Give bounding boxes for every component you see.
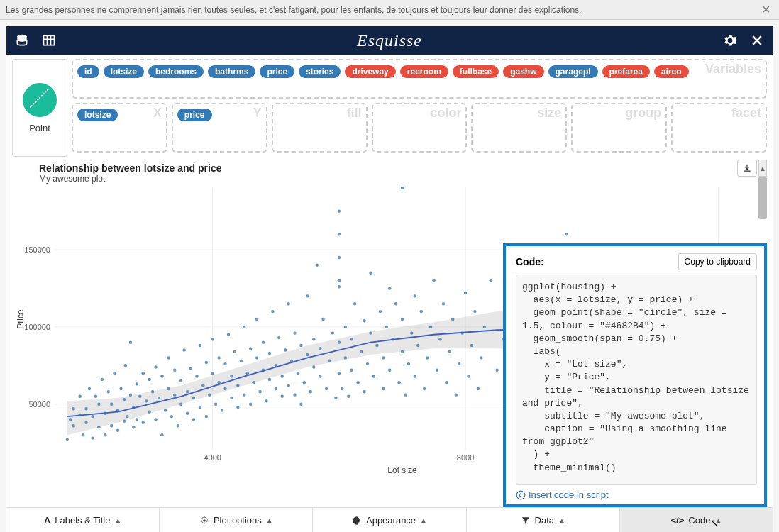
table-icon[interactable] [42,33,56,48]
svg-point-99 [233,350,236,353]
insert-code-link[interactable]: Insert code in script [516,489,757,500]
aes-size-shelf[interactable]: size [471,103,567,153]
var-tag-stories[interactable]: stories [299,65,341,78]
svg-point-39 [110,403,113,406]
close-icon[interactable]: ✕ [758,3,773,16]
svg-point-204 [473,310,476,313]
code-content[interactable]: ggplot(housing) + aes(x = lotsize, y = p… [516,275,757,485]
svg-point-160 [356,381,359,384]
tab-code[interactable]: </>Code▲ [620,508,773,532]
svg-point-169 [379,310,382,313]
variables-shelf[interactable]: Variables idlotsizebedroomsbathrmsprices… [72,59,767,99]
svg-point-105 [246,372,249,375]
svg-point-89 [211,338,214,340]
svg-point-37 [107,390,110,393]
plot-area: Relationship between lotsize and price M… [12,160,767,507]
topbar: Esquisse [6,26,773,55]
var-tag-lotsize[interactable]: lotsize [104,65,144,78]
svg-point-199 [458,362,460,365]
variables-label: Variables [705,62,761,77]
copy-clipboard-button[interactable]: Copy to clipboard [678,253,757,270]
svg-point-94 [223,387,226,390]
app-title: Esquisse [56,31,723,50]
var-tag-recroom[interactable]: recroom [400,65,448,78]
gear-icon[interactable] [723,33,737,48]
aes-facet-shelf[interactable]: facet [671,103,767,153]
svg-point-123 [284,348,287,351]
svg-point-186 [416,344,419,347]
svg-point-46 [124,364,127,367]
svg-point-78 [189,367,192,370]
var-tag-bedrooms[interactable]: bedrooms [148,65,204,78]
svg-point-64 [160,375,163,377]
svg-point-153 [341,387,343,390]
svg-point-236 [516,491,525,499]
database-icon[interactable] [15,33,29,48]
geom-selector[interactable]: Point [12,59,67,157]
svg-point-187 [420,310,423,313]
y-var-tag[interactable]: price [177,109,212,121]
svg-point-56 [142,421,145,424]
svg-point-184 [414,294,416,297]
svg-point-109 [255,356,258,359]
svg-text:50000: 50000 [28,400,50,409]
svg-point-196 [448,350,451,353]
svg-point-128 [293,393,296,396]
svg-point-48 [129,393,132,396]
svg-point-58 [148,378,150,381]
svg-point-206 [480,356,482,359]
aes-color-shelf[interactable]: color [372,103,468,153]
svg-point-54 [138,395,141,398]
svg-point-66 [164,409,167,411]
svg-point-44 [123,419,126,422]
tab-appearance[interactable]: Appearance▲ [313,508,466,532]
aes-y-shelf[interactable]: Yprice [172,103,267,153]
svg-point-188 [423,387,426,390]
var-tag-airco[interactable]: airco [654,65,689,78]
var-tag-prefarea[interactable]: prefarea [602,65,650,78]
tab-labels-title[interactable]: ALabels & Title▲ [6,508,160,532]
svg-point-26 [84,421,87,424]
svg-point-209 [495,369,498,372]
x-var-tag[interactable]: lotsize [77,109,118,121]
svg-point-79 [192,418,195,421]
svg-point-81 [195,375,198,377]
svg-point-50 [132,426,135,428]
svg-point-92 [217,356,220,359]
svg-point-87 [208,393,211,396]
svg-point-171 [382,356,385,359]
var-tag-id[interactable]: id [77,65,99,78]
close-app-icon[interactable] [750,33,764,48]
tab-data[interactable]: Data▲ [467,508,620,532]
svg-point-22 [72,424,75,427]
svg-point-106 [249,347,252,350]
svg-point-168 [375,344,378,347]
svg-point-45 [123,398,126,401]
download-plot-button[interactable] [737,160,757,177]
svg-point-189 [426,356,429,359]
svg-point-96 [227,333,230,336]
var-tag-fullbase[interactable]: fullbase [453,65,499,78]
aes-group-shelf[interactable]: group [571,103,667,153]
svg-point-177 [397,381,400,384]
svg-point-220 [565,233,568,235]
svg-text:Price: Price [16,309,26,329]
var-tag-price[interactable]: price [260,65,294,78]
tab-plot-options[interactable]: Plot options▲ [160,508,313,532]
svg-point-170 [382,387,385,390]
var-tag-driveway[interactable]: driveway [345,65,395,78]
svg-point-63 [158,397,160,399]
svg-point-141 [321,318,324,321]
var-tag-garagepl[interactable]: garagepl [548,65,598,78]
var-tag-gashw[interactable]: gashw [503,65,543,78]
svg-point-144 [331,331,334,334]
svg-point-143 [328,360,331,362]
collapse-icon[interactable]: ▲ [758,160,767,177]
aes-fill-shelf[interactable]: fill [272,103,368,153]
var-tag-bathrms[interactable]: bathrms [208,65,255,78]
svg-point-52 [136,382,138,385]
aes-x-shelf[interactable]: Xlotsize [72,103,167,153]
svg-point-60 [151,390,154,393]
svg-point-132 [303,381,306,384]
svg-point-108 [252,381,255,384]
